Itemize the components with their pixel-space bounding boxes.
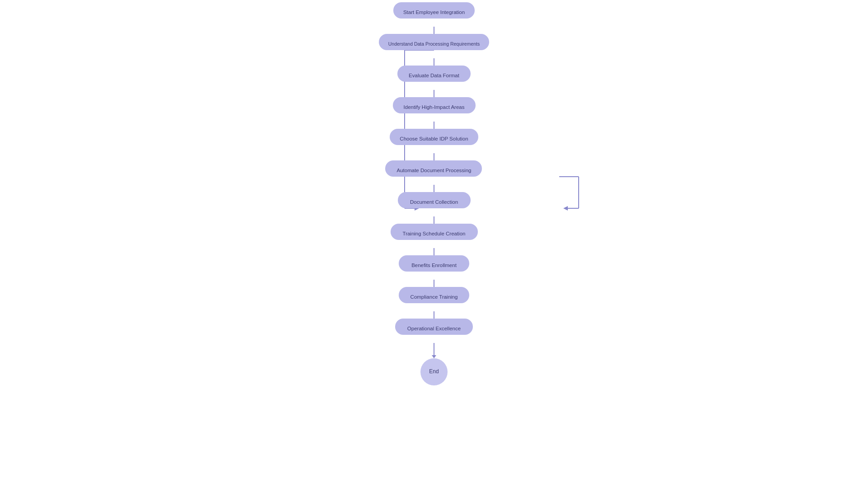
node-9-label: Compliance Training <box>410 294 458 300</box>
start-label: Start Employee Integration <box>403 9 465 15</box>
node-4-label: Choose Suitable IDP Solution <box>400 136 468 141</box>
svg-marker-28 <box>432 355 436 358</box>
node-8-label: Benefits Enrollment <box>411 263 457 268</box>
node-7-label: Training Schedule Creation <box>403 231 466 236</box>
node-6-label: Document Collection <box>410 199 458 205</box>
node-2-label: Evaluate Data Format <box>409 73 460 78</box>
svg-marker-18 <box>563 206 568 211</box>
end-label: End <box>429 368 439 375</box>
node-1-label: Understand Data Processing Requirements <box>388 41 480 47</box>
node-5-label: Automate Document Processing <box>397 168 472 173</box>
node-3-label: Identify High-Impact Areas <box>404 104 465 110</box>
node-10-label: Operational Excellence <box>407 326 461 331</box>
flowchart-container: Start Employee Integration Understand Da… <box>217 0 651 399</box>
